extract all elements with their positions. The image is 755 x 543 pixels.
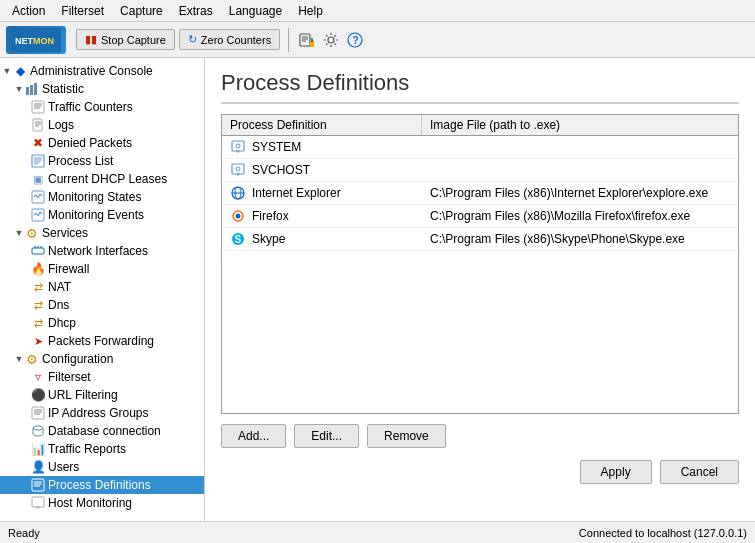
- monitoring-events-icon: [30, 207, 46, 223]
- svg-point-46: [33, 426, 43, 430]
- table-row[interactable]: Internet Explorer C:\Program Files (x86)…: [222, 182, 738, 205]
- ie-icon: [230, 185, 246, 201]
- menu-filterset[interactable]: Filterset: [53, 2, 112, 20]
- table-cell-path: [422, 144, 738, 150]
- cancel-button[interactable]: Cancel: [660, 460, 739, 484]
- process-list-icon: [30, 153, 46, 169]
- host-monitoring-icon: [30, 495, 46, 511]
- dns-label: Dns: [48, 298, 69, 312]
- col-process-definition: Process Definition: [222, 115, 422, 135]
- table-cell-name: Internet Explorer: [222, 182, 422, 204]
- table-row[interactable]: S Skype C:\Program Files (x86)\Skype\Pho…: [222, 228, 738, 251]
- toolbar-icon-2[interactable]: [321, 30, 341, 50]
- svg-line-37: [40, 212, 42, 214]
- add-button[interactable]: Add...: [221, 424, 286, 448]
- main-container: ▼ ◆ Administrative Console ▼ Statistic T…: [0, 58, 755, 521]
- sidebar-item-host-monitoring[interactable]: Host Monitoring: [0, 494, 204, 512]
- table-cell-name: SYSTEM: [222, 136, 422, 158]
- sidebar-item-statistic[interactable]: ▼ Statistic: [0, 80, 204, 98]
- table-row[interactable]: SVCHOST: [222, 159, 738, 182]
- dhcp-label: Dhcp: [48, 316, 76, 330]
- database-connection-label: Database connection: [48, 424, 161, 438]
- sidebar-item-configuration[interactable]: ▼ ⚙ Configuration: [0, 350, 204, 368]
- table-cell-path-ie: C:\Program Files (x86)\Internet Explorer…: [422, 183, 738, 203]
- dhcp-icon: ⇄: [30, 315, 46, 331]
- sidebar-item-monitoring-events[interactable]: Monitoring Events: [0, 206, 204, 224]
- toolbar-icon-1[interactable]: [297, 30, 317, 50]
- arrow-config: ▼: [14, 354, 24, 364]
- svg-rect-47: [32, 479, 44, 491]
- sidebar-item-nat[interactable]: ⇄ NAT: [0, 278, 204, 296]
- svg-line-31: [38, 194, 40, 198]
- users-icon: 👤: [30, 459, 46, 475]
- sidebar-item-network-interfaces[interactable]: Network Interfaces: [0, 242, 204, 260]
- dhcp-leases-icon: ▣: [30, 171, 46, 187]
- process-definitions-label: Process Definitions: [48, 478, 151, 492]
- apply-button[interactable]: Apply: [580, 460, 652, 484]
- sidebar-item-services[interactable]: ▼ ⚙ Services: [0, 224, 204, 242]
- zero-counters-icon: ↻: [188, 33, 197, 46]
- sidebar-item-process-list[interactable]: Process List: [0, 152, 204, 170]
- nat-label: NAT: [48, 280, 71, 294]
- logs-label: Logs: [48, 118, 74, 132]
- edit-button[interactable]: Edit...: [294, 424, 359, 448]
- sidebar-item-ip-address-groups[interactable]: IP Address Groups: [0, 404, 204, 422]
- menu-language[interactable]: Language: [221, 2, 290, 20]
- sidebar-item-root[interactable]: ▼ ◆ Administrative Console: [0, 62, 204, 80]
- zero-counters-button[interactable]: ↻ Zero Counters: [179, 29, 280, 50]
- sidebar-item-packets-forwarding[interactable]: ➤ Packets Forwarding: [0, 332, 204, 350]
- configuration-label: Configuration: [42, 352, 113, 366]
- sidebar-item-database-connection[interactable]: Database connection: [0, 422, 204, 440]
- sys-icon-2: [230, 162, 246, 178]
- monitoring-states-icon: [30, 189, 46, 205]
- remove-button[interactable]: Remove: [367, 424, 446, 448]
- dns-icon: ⇄: [30, 297, 46, 313]
- svg-point-61: [236, 167, 240, 171]
- svg-line-36: [38, 212, 40, 216]
- sidebar: ▼ ◆ Administrative Console ▼ Statistic T…: [0, 58, 205, 521]
- sidebar-item-logs[interactable]: Logs: [0, 116, 204, 134]
- logs-icon: [30, 117, 46, 133]
- network-interfaces-icon: [30, 243, 46, 259]
- sidebar-item-dhcp-leases[interactable]: ▣ Current DHCP Leases: [0, 170, 204, 188]
- sidebar-item-traffic-reports[interactable]: 📊 Traffic Reports: [0, 440, 204, 458]
- database-connection-icon: [30, 423, 46, 439]
- sidebar-item-traffic-counters[interactable]: Traffic Counters: [0, 98, 204, 116]
- monitoring-events-label: Monitoring Events: [48, 208, 144, 222]
- packets-forwarding-label: Packets Forwarding: [48, 334, 154, 348]
- configuration-icon: ⚙: [24, 351, 40, 367]
- sidebar-item-url-filtering[interactable]: ⚫ URL Filtering: [0, 386, 204, 404]
- sidebar-item-process-definitions[interactable]: Process Definitions: [0, 476, 204, 494]
- table-cell-path: [422, 167, 738, 173]
- help-icon[interactable]: ?: [345, 30, 365, 50]
- menu-action[interactable]: Action: [4, 2, 53, 20]
- sidebar-item-filterset[interactable]: ▿ Filterset: [0, 368, 204, 386]
- process-definitions-icon: [30, 477, 46, 493]
- menu-help[interactable]: Help: [290, 2, 331, 20]
- table-row[interactable]: SYSTEM: [222, 136, 738, 159]
- page-title: Process Definitions: [221, 70, 739, 104]
- root-icon: ◆: [12, 63, 28, 79]
- denied-packets-label: Denied Packets: [48, 136, 132, 150]
- sidebar-item-dhcp[interactable]: ⇄ Dhcp: [0, 314, 204, 332]
- traffic-reports-label: Traffic Reports: [48, 442, 126, 456]
- table-row[interactable]: Firefox C:\Program Files (x86)\Mozilla F…: [222, 205, 738, 228]
- dhcp-leases-label: Current DHCP Leases: [48, 172, 167, 186]
- menubar: Action Filterset Capture Extras Language…: [0, 0, 755, 22]
- menu-capture[interactable]: Capture: [112, 2, 171, 20]
- stop-capture-button[interactable]: ▮▮ Stop Capture: [76, 29, 175, 50]
- menu-extras[interactable]: Extras: [171, 2, 221, 20]
- svg-rect-58: [232, 164, 244, 174]
- sidebar-item-users[interactable]: 👤 Users: [0, 458, 204, 476]
- services-icon: ⚙: [24, 225, 40, 241]
- sidebar-item-firewall[interactable]: 🔥 Firewall: [0, 260, 204, 278]
- table-header: Process Definition Image File (path to .…: [222, 115, 738, 136]
- svg-rect-13: [30, 85, 33, 95]
- table-cell-path-skype: C:\Program Files (x86)\Skype\Phone\Skype…: [422, 229, 738, 249]
- svg-point-66: [236, 214, 241, 219]
- sidebar-item-dns[interactable]: ⇄ Dns: [0, 296, 204, 314]
- services-label: Services: [42, 226, 88, 240]
- sidebar-item-monitoring-states[interactable]: Monitoring States: [0, 188, 204, 206]
- arrow-statistic: ▼: [14, 84, 24, 94]
- sidebar-item-denied-packets[interactable]: ✖ Denied Packets: [0, 134, 204, 152]
